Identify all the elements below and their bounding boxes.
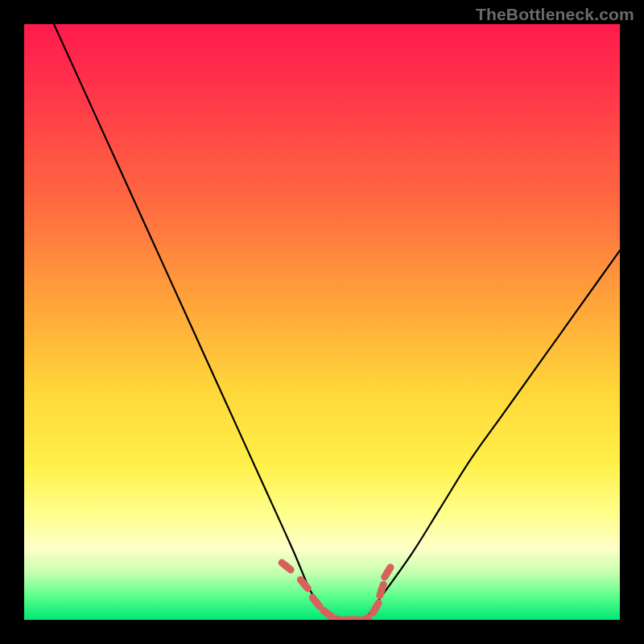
flat-region-dot <box>283 563 290 570</box>
flat-region-dot <box>378 587 386 594</box>
bottleneck-curve-path <box>54 24 620 620</box>
bottleneck-curve-svg <box>24 24 620 620</box>
plot-area <box>24 24 620 620</box>
flat-region-dot <box>372 605 379 612</box>
flat-region-dot <box>300 580 308 588</box>
chart-frame: TheBottleneck.com <box>0 0 644 644</box>
flat-region-dot <box>384 568 391 576</box>
flat-region-dot <box>312 598 320 605</box>
watermark-label: TheBottleneck.com <box>476 5 634 24</box>
flat-region-dot <box>324 610 332 617</box>
flat-region-markers <box>282 563 391 620</box>
